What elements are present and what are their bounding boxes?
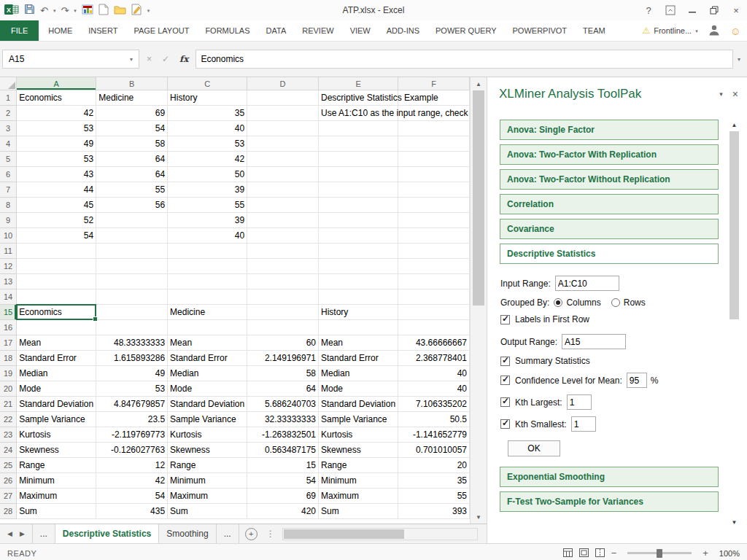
cell-c28[interactable]: Sum	[168, 504, 247, 519]
cell-a23[interactable]: Kurtosis	[17, 427, 96, 443]
cell-b16[interactable]	[96, 320, 168, 335]
page-break-preview-icon[interactable]	[595, 548, 605, 559]
cell-a20[interactable]: Mode	[17, 381, 96, 397]
cell-f4[interactable]	[398, 136, 470, 152]
cell-d14[interactable]	[247, 289, 319, 305]
cell-f18[interactable]: 2.368778401	[398, 351, 470, 366]
cell-a4[interactable]: 49	[17, 136, 96, 152]
normal-view-icon[interactable]	[563, 548, 573, 559]
cell-f6[interactable]	[398, 167, 470, 182]
ribbon-tab-insert[interactable]: INSERT	[80, 20, 125, 41]
cell-b2[interactable]: 69	[96, 106, 168, 121]
cell-f11[interactable]	[398, 244, 470, 259]
cell-b3[interactable]: 54	[96, 121, 168, 136]
zoom-level[interactable]: 100%	[719, 549, 740, 558]
cell-e6[interactable]	[319, 167, 398, 182]
cell-a25[interactable]: Range	[17, 458, 96, 473]
kth-largest-field[interactable]	[567, 394, 592, 410]
cell-c3[interactable]: 40	[168, 121, 247, 136]
cell-d6[interactable]	[247, 167, 319, 182]
cell-f28[interactable]: 393	[398, 504, 470, 519]
cell-a26[interactable]: Minimum	[17, 473, 96, 489]
cell-c13[interactable]	[168, 274, 247, 289]
cell-d2[interactable]	[247, 106, 319, 121]
input-range-field[interactable]	[555, 276, 619, 291]
cell-c14[interactable]	[168, 289, 247, 305]
cell-e11[interactable]	[319, 244, 398, 259]
save-icon[interactable]	[24, 4, 35, 17]
cell-a5[interactable]: 53	[17, 152, 96, 167]
cell-a22[interactable]: Sample Variance	[17, 412, 96, 427]
qat-chart-icon[interactable]	[82, 4, 93, 18]
cell-c19[interactable]: Median	[168, 366, 247, 381]
cell-c17[interactable]: Mean	[168, 335, 247, 351]
cell-f8[interactable]	[398, 198, 470, 213]
cell-d23[interactable]: -1.263832501	[247, 427, 319, 443]
scroll-down-icon[interactable]: ▼	[471, 511, 487, 523]
column-header-f[interactable]: F	[398, 77, 470, 90]
row-header-18[interactable]: 18	[0, 351, 17, 366]
cell-a24[interactable]: Skewness	[17, 443, 96, 458]
qat-new-document-icon[interactable]	[98, 4, 109, 18]
cell-c25[interactable]: Range	[168, 458, 247, 473]
zoom-in-icon[interactable]: +	[703, 548, 708, 559]
cell-f14[interactable]	[398, 289, 470, 305]
row-header-1[interactable]: 1	[0, 90, 17, 106]
column-header-c[interactable]: C	[168, 77, 247, 90]
cell-d18[interactable]: 2.149196971	[247, 351, 319, 366]
row-header-28[interactable]: 28	[0, 504, 17, 519]
kth-smallest-checkbox[interactable]	[500, 419, 510, 429]
cell-f21[interactable]: 7.106335202	[398, 397, 470, 412]
row-header-3[interactable]: 3	[0, 121, 17, 136]
cell-a15[interactable]: Economics	[17, 305, 96, 320]
cell-d19[interactable]: 58	[247, 366, 319, 381]
cell-a9[interactable]: 52	[17, 213, 96, 228]
cell-f17[interactable]: 43.66666667	[398, 335, 470, 351]
cell-e22[interactable]: Sample Variance	[319, 412, 398, 427]
formula-bar-expand-icon[interactable]: ▾	[733, 56, 745, 63]
cell-f15[interactable]	[398, 305, 470, 320]
cell-c20[interactable]: Mode	[168, 381, 247, 397]
row-header-25[interactable]: 25	[0, 458, 17, 473]
cell-b23[interactable]: -2.119769773	[96, 427, 168, 443]
summary-statistics-checkbox[interactable]	[500, 357, 510, 366]
undo-dropdown-icon[interactable]: ▾	[53, 8, 56, 13]
cell-e14[interactable]	[319, 289, 398, 305]
row-header-11[interactable]: 11	[0, 244, 17, 259]
cell-f19[interactable]: 40	[398, 366, 470, 381]
redo-dropdown-icon[interactable]: ▾	[74, 8, 77, 13]
cell-b19[interactable]: 49	[96, 366, 168, 381]
cell-e21[interactable]: Standard Deviation	[319, 397, 398, 412]
row-header-16[interactable]: 16	[0, 320, 17, 335]
cell-e8[interactable]	[319, 198, 398, 213]
cell-d11[interactable]	[247, 244, 319, 259]
cell-e4[interactable]	[319, 136, 398, 152]
cell-f22[interactable]: 50.5	[398, 412, 470, 427]
cell-a14[interactable]	[17, 289, 96, 305]
cell-d5[interactable]	[247, 152, 319, 167]
cell-f12[interactable]	[398, 259, 470, 274]
column-header-a[interactable]: A	[17, 77, 96, 90]
sheet-tab-descriptive-statistics[interactable]: Descriptive Statistics	[55, 524, 159, 543]
cell-e24[interactable]: Skewness	[319, 443, 398, 458]
name-box-dropdown-icon[interactable]: ▾	[124, 56, 139, 63]
cell-f26[interactable]: 35	[398, 473, 470, 489]
previous-sheet-icon[interactable]: ◀	[7, 530, 12, 537]
cell-d25[interactable]: 15	[247, 458, 319, 473]
cell-c27[interactable]: Maximum	[168, 489, 247, 504]
cell-d24[interactable]: 0.563487175	[247, 443, 319, 458]
zoom-slider[interactable]	[627, 552, 692, 554]
row-header-23[interactable]: 23	[0, 427, 17, 443]
row-header-20[interactable]: 20	[0, 381, 17, 397]
cell-e9[interactable]	[319, 213, 398, 228]
cell-e12[interactable]	[319, 259, 398, 274]
column-header-d[interactable]: D	[247, 77, 319, 90]
cell-c15[interactable]: Medicine	[168, 305, 247, 320]
cell-a21[interactable]: Standard Deviation	[17, 397, 96, 412]
cell-a11[interactable]	[17, 244, 96, 259]
select-all-button[interactable]	[0, 77, 17, 90]
pane-scroll-up-icon[interactable]: ▲	[728, 120, 740, 130]
cell-b25[interactable]: 12	[96, 458, 168, 473]
cell-c4[interactable]: 53	[168, 136, 247, 152]
cell-a6[interactable]: 43	[17, 167, 96, 182]
